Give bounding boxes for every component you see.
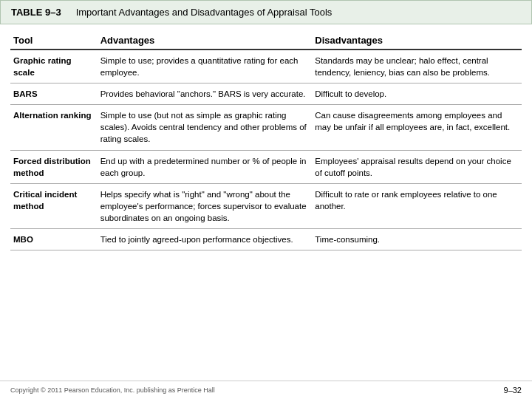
cell-advantages: Simple to use; provides a quantitative r… [98,50,313,83]
cell-advantages: Simple to use (but not as simple as grap… [98,105,313,150]
cell-tool: Critical incident method [10,183,98,228]
cell-tool: Forced distribution method [10,150,98,183]
cell-tool: Alternation ranking [10,105,98,150]
table-container: Tool Advantages Disadvantages Graphic ra… [0,24,532,381]
table-row: Forced distribution methodEnd up with a … [10,150,522,183]
col-header-disadvantages: Disadvantages [312,32,522,50]
cell-disadvantages: Standards may be unclear; halo effect, c… [312,50,522,83]
table-row: Critical incident methodHelps specify wh… [10,183,522,228]
table-header-row: Tool Advantages Disadvantages [10,32,522,50]
cell-disadvantages: Employees' appraisal results depend on y… [312,150,522,183]
cell-tool: MBO [10,229,98,250]
cell-tool: BARS [10,83,98,105]
cell-disadvantages: Time-consuming. [312,229,522,250]
cell-advantages: Provides behavioral "anchors." BARS is v… [98,83,313,105]
table-header: TABLE 9–3 Important Advantages and Disad… [0,0,532,24]
table-row: Graphic rating scaleSimple to use; provi… [10,50,522,83]
table-row: Alternation rankingSimple to use (but no… [10,105,522,150]
cell-disadvantages: Difficult to rate or rank employees rela… [312,183,522,228]
cell-disadvantages: Difficult to develop. [312,83,522,105]
cell-tool: Graphic rating scale [10,50,98,83]
page: TABLE 9–3 Important Advantages and Disad… [0,0,532,399]
table-number: TABLE 9–3 [11,7,61,18]
copyright-text: Copyright © 2011 Pearson Education, Inc.… [10,386,215,394]
appraisal-tools-table: Tool Advantages Disadvantages Graphic ra… [10,32,522,250]
table-row: MBOTied to jointly agreed-upon performan… [10,229,522,250]
page-number: 9–32 [504,386,522,395]
cell-advantages: End up with a predetermined number or % … [98,150,313,183]
table-title: Important Advantages and Disadvantages o… [76,7,332,18]
col-header-tool: Tool [10,32,98,50]
table-row: BARSProvides behavioral "anchors." BARS … [10,83,522,105]
page-footer: Copyright © 2011 Pearson Education, Inc.… [0,381,532,399]
cell-advantages: Helps specify what is "right" and "wrong… [98,183,313,228]
cell-disadvantages: Can cause disagreements among employees … [312,105,522,150]
col-header-advantages: Advantages [98,32,313,50]
cell-advantages: Tied to jointly agreed-upon performance … [98,229,313,250]
